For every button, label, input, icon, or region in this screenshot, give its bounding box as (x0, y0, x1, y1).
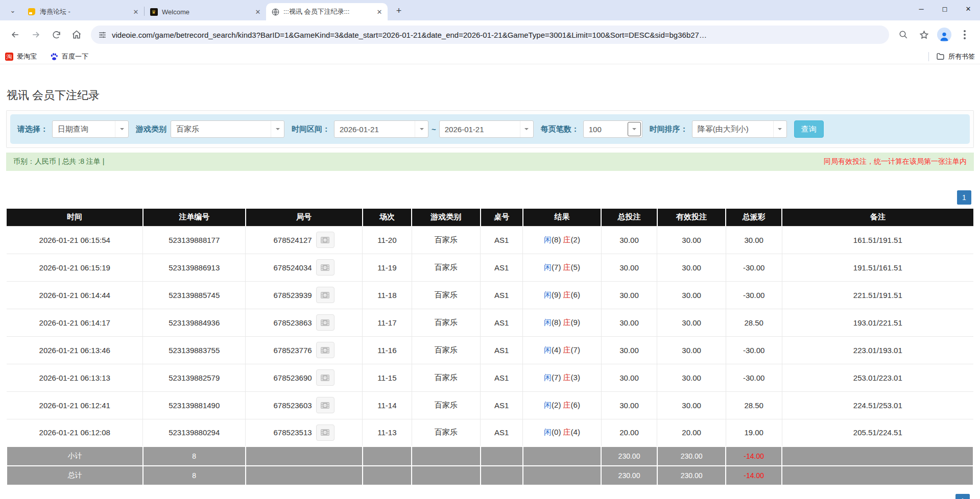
bet-row: 2026-01-21 06:14:17523139884936678523863… (7, 309, 973, 336)
bookmark-baidu[interactable]: 百度一下 (50, 52, 88, 61)
bet-row: 2026-01-21 06:15:19523139886913678524034… (7, 254, 973, 281)
table-no-cell: AS1 (481, 364, 523, 391)
tab-close-icon[interactable]: ✕ (254, 8, 262, 16)
query-button[interactable]: 查询 (794, 120, 824, 138)
close-button[interactable]: ✕ (957, 0, 980, 17)
total-bet-link[interactable]: 30.00 (601, 281, 657, 309)
valid-bet-cell: 30.00 (657, 364, 726, 391)
video-replay-icon[interactable] (316, 425, 334, 441)
result-cell: 闲(7) 庄(5) (523, 254, 601, 281)
payout-cell: -30.00 (726, 336, 782, 364)
tab-close-icon[interactable]: ✕ (375, 8, 384, 16)
query-type-value: 日期查询 (53, 124, 115, 134)
banker-result: 庄 (563, 235, 571, 244)
video-replay-icon[interactable] (316, 259, 334, 276)
sum-total-bet-cell: 230.00 (601, 466, 657, 485)
column-header: 备注 (782, 209, 973, 226)
video-replay-icon[interactable] (316, 342, 334, 358)
sum-empty-cell (363, 466, 412, 485)
game-kind-cell: 百家乐 (412, 419, 480, 446)
back-icon[interactable] (7, 26, 24, 43)
total-row: 总计8230.00230.00-14.00 (7, 466, 973, 485)
new-tab-button[interactable]: + (392, 4, 406, 18)
date-end-select[interactable]: 2026-01-21 (439, 120, 534, 138)
video-replay-icon[interactable] (316, 232, 334, 248)
table-no-cell: AS1 (481, 419, 523, 446)
home-icon[interactable] (68, 26, 85, 43)
payout-cell: 28.50 (726, 391, 782, 419)
bookmarks-bar: 淘 爱淘宝 百度一下 所有书签 (0, 49, 980, 64)
video-replay-icon[interactable] (316, 369, 334, 386)
video-replay-icon[interactable] (316, 287, 334, 303)
sum-label-cell: 总计 (7, 466, 143, 485)
address-bar[interactable]: videoie.com/game/betrecord_search/kind3?… (91, 26, 889, 44)
sort-value: 降幂(由大到小) (692, 124, 773, 134)
all-bookmarks[interactable]: 所有书签 (928, 52, 975, 61)
window-controls: ─ ◻ ✕ (910, 0, 980, 17)
baidu-paw-icon (50, 53, 58, 61)
total-bet-link[interactable]: 30.00 (601, 226, 657, 254)
page-title: 视讯 会员下注纪录 (7, 88, 980, 103)
per-page-combo[interactable]: 100 (583, 120, 642, 138)
tab-close-icon[interactable]: ✕ (132, 8, 140, 16)
table-no-cell: AS1 (481, 226, 523, 254)
round-cell: 678523690 (246, 364, 363, 391)
total-bet-link[interactable]: 30.00 (601, 364, 657, 391)
bet-id-cell: 523139883755 (143, 336, 246, 364)
banker-score: (4) (571, 428, 580, 436)
page-1-button-bottom[interactable]: 1 (955, 494, 970, 499)
video-replay-icon[interactable] (316, 314, 334, 331)
game-kind-select[interactable]: 百家乐 (171, 120, 284, 138)
column-header: 桌号 (481, 209, 523, 226)
profile-avatar[interactable] (937, 28, 951, 42)
time-cell: 2026-01-21 06:15:54 (7, 226, 143, 254)
sort-select[interactable]: 降幂(由大到小) (692, 120, 787, 138)
maximize-button[interactable]: ◻ (933, 0, 957, 17)
column-header: 局号 (246, 209, 363, 226)
round-cell: 678524034 (246, 254, 363, 281)
session-cell: 11-16 (363, 336, 412, 364)
table-no-cell: AS1 (481, 281, 523, 309)
tab-haiyan-forum[interactable]: 海燕论坛 - ✕ (22, 3, 144, 20)
url-text[interactable]: videoie.com/game/betrecord_search/kind3?… (112, 31, 882, 39)
sum-total-bet-cell: 230.00 (601, 446, 657, 466)
tab-welcome[interactable]: ♛ Welcome ✕ (145, 3, 266, 20)
notice-red-text: 同局有效投注，统一计算在该局第一张注单内 (824, 157, 967, 166)
bookmark-star-icon[interactable] (915, 26, 933, 43)
total-bet-link[interactable]: 30.00 (601, 254, 657, 281)
remark-cell: 221.51/191.51 (782, 281, 973, 309)
bookmark-taobao[interactable]: 淘 爱淘宝 (5, 52, 37, 61)
zoom-magnifier-icon[interactable] (895, 26, 912, 43)
total-bet-link[interactable]: 30.00 (601, 391, 657, 419)
sum-empty-cell (481, 466, 523, 485)
tab-strip: ⌄ 海燕论坛 - ✕ ♛ Welcome ✕ :::视讯 会员下注纪录::: ✕… (0, 0, 980, 20)
bet-id-cell: 523139888177 (143, 226, 246, 254)
browser-window: ⌄ 海燕论坛 - ✕ ♛ Welcome ✕ :::视讯 会员下注纪录::: ✕… (0, 0, 980, 499)
tab-search-chevron-icon[interactable]: ⌄ (4, 2, 21, 19)
round-id: 678524127 (274, 236, 312, 244)
site-settings-icon[interactable] (98, 31, 107, 39)
forward-icon[interactable] (27, 26, 44, 43)
minimize-button[interactable]: ─ (910, 0, 933, 17)
total-bet-link[interactable]: 30.00 (601, 309, 657, 336)
valid-bet-cell: 30.00 (657, 391, 726, 419)
page-1-button[interactable]: 1 (957, 190, 971, 205)
session-cell: 11-13 (363, 419, 412, 446)
total-bet-link[interactable]: 20.00 (601, 419, 657, 446)
menu-kebab-icon[interactable] (956, 26, 973, 43)
banker-result: 庄 (563, 290, 571, 299)
round-cell: 678523513 (246, 419, 363, 446)
globe-icon (271, 8, 279, 16)
player-score: (8) (552, 235, 561, 244)
bet-id-cell: 523139885745 (143, 281, 246, 309)
reload-icon[interactable] (47, 26, 65, 43)
query-type-select[interactable]: 日期查询 (52, 120, 129, 138)
total-bet-link[interactable]: 30.00 (601, 336, 657, 364)
banker-score: (3) (571, 373, 580, 382)
video-replay-icon[interactable] (316, 397, 334, 413)
date-start-select[interactable]: 2026-01-21 (334, 120, 428, 138)
result-cell: 闲(8) 庄(9) (523, 309, 601, 336)
tab-bet-record-active[interactable]: :::视讯 会员下注纪录::: ✕ (266, 3, 388, 20)
select-label: 请选择： (17, 124, 48, 134)
payout-cell: 19.00 (726, 419, 782, 446)
